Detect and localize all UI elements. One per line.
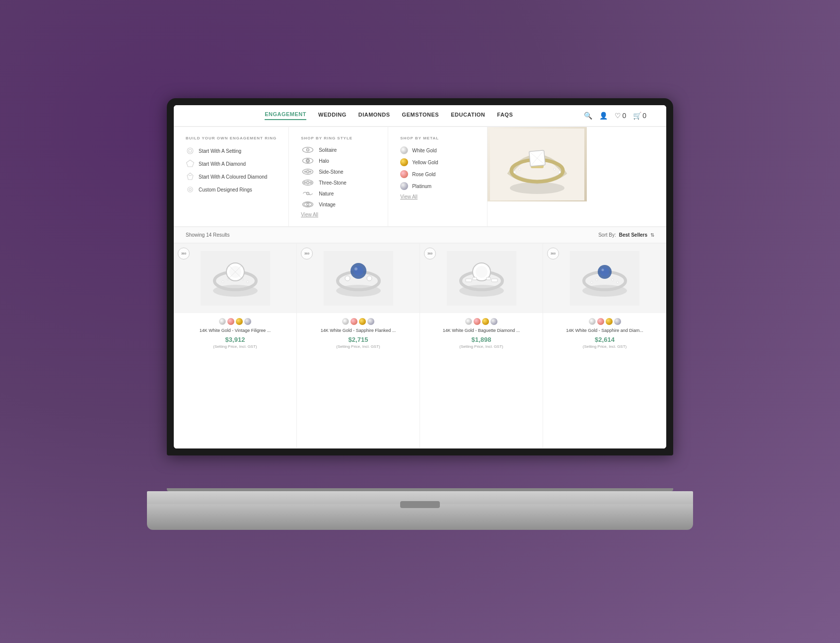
svg-point-68 (596, 279, 598, 281)
three-stone-item[interactable]: Three-Stone (301, 179, 376, 186)
product-name-1: 14K White Gold - Vintage Filigree ... (180, 328, 290, 334)
sort-value[interactable]: Best Sellers (619, 232, 647, 238)
sort-icon[interactable]: ⇅ (650, 232, 654, 238)
ring-style-col: SHOP BY RING STYLE Solitaire Halo Side-S… (289, 127, 388, 226)
nav-links: ENGAGEMENT WEDDING DIAMONDS GEMSTONES ED… (265, 111, 513, 120)
nav-diamonds[interactable]: DIAMONDS (358, 112, 390, 120)
product-note-4: (Setting Price, Incl. GST) (549, 344, 660, 349)
metal-pt-4 (614, 318, 621, 325)
svg-point-13 (310, 171, 311, 173)
product-image-4: 360 (543, 244, 666, 313)
laptop-frame: ENGAGEMENT WEDDING DIAMONDS GEMSTONES ED… (147, 98, 693, 545)
custom-rings-item[interactable]: Custom Designed Rings (186, 185, 277, 194)
nav-education[interactable]: EDUCATION (451, 112, 485, 120)
start-setting-item[interactable]: Start With A Setting (186, 146, 277, 155)
product-name-4: 14K White Gold - Sapphire and Diam... (549, 328, 660, 334)
solitaire-item[interactable]: Solitaire (301, 146, 376, 153)
user-icon[interactable]: 👤 (599, 112, 608, 120)
start-coloured-item[interactable]: Start With A Coloured Diamond (186, 172, 277, 181)
sort-label: Sort By: (598, 232, 616, 238)
nav-icons: 🔍 👤 ♡ 0 🛒 0 (584, 112, 646, 120)
metal-yg-3 (482, 318, 489, 325)
product-info-4: 14K White Gold - Sapphire and Diam... $2… (543, 313, 666, 354)
side-stone-item[interactable]: Side-Stone (301, 168, 376, 175)
metal-view-all[interactable]: View All (400, 194, 475, 199)
search-icon[interactable]: 🔍 (584, 112, 592, 120)
nav-faqs[interactable]: FAQs (497, 112, 513, 120)
wishlist-icon[interactable]: ♡ 0 (615, 112, 626, 120)
product-name-2: 14K White Gold - Sapphire Flanked ... (303, 328, 414, 334)
svg-point-11 (307, 170, 309, 173)
website: ENGAGEMENT WEDDING DIAMONDS GEMSTONES ED… (174, 105, 666, 449)
svg-point-56 (476, 266, 488, 278)
product-image-3: 360 (420, 244, 543, 313)
build-own-col: BUILD YOUR OWN ENGAGEMENT RING Start Wit… (174, 127, 289, 226)
metal-rg-1 (227, 318, 234, 325)
svg-point-51 (367, 276, 372, 281)
svg-point-3 (188, 187, 193, 193)
ring-style-title: SHOP BY RING STYLE (301, 136, 376, 140)
metal-title: SHOP BY METAL (400, 136, 475, 140)
white-gold-dot (400, 146, 408, 154)
svg-rect-58 (491, 279, 497, 282)
product-card-3[interactable]: 360 (420, 244, 543, 449)
ring-svg-3 (447, 251, 516, 306)
product-metals-2 (303, 318, 414, 325)
svg-point-18 (307, 192, 309, 194)
nav-engagement[interactable]: ENGAGEMENT (265, 111, 306, 120)
nav-gemstones[interactable]: GEMSTONES (402, 112, 439, 120)
start-diamond-item[interactable]: Start With A Diamond (186, 159, 277, 168)
svg-point-1 (189, 149, 192, 152)
badge-360-3: 360 (424, 248, 436, 259)
metal-wg-1 (219, 318, 226, 325)
ring-style-view-all[interactable]: View All (301, 212, 376, 217)
svg-point-21 (307, 203, 309, 205)
product-card-1[interactable]: 360 (174, 244, 297, 449)
white-gold-item[interactable]: White Gold (400, 146, 475, 154)
product-card-4[interactable]: 360 (543, 244, 666, 449)
ring-svg-1 (201, 251, 270, 306)
product-price-3: $1,898 (426, 336, 537, 343)
svg-point-43 (247, 281, 249, 283)
metal-pt-2 (367, 318, 374, 325)
svg-point-40 (222, 281, 224, 283)
product-card-2[interactable]: 360 (297, 244, 420, 449)
svg-point-30 (519, 168, 521, 170)
product-price-4: $2,614 (549, 336, 660, 343)
vintage-item[interactable]: Vintage (301, 201, 376, 208)
product-info-2: 14K White Gold - Sapphire Flanked ... $2… (297, 313, 420, 354)
product-metals-4 (549, 318, 660, 325)
metal-rg-4 (597, 318, 604, 325)
svg-point-0 (187, 148, 193, 154)
svg-point-29 (514, 171, 516, 173)
laptop-bottom (147, 504, 693, 530)
halo-item[interactable]: Halo (301, 157, 376, 164)
metal-pt-3 (490, 318, 497, 325)
metal-col: SHOP BY METAL White Gold Yellow Gold Ros… (388, 127, 488, 226)
platinum-item[interactable]: Platinum (400, 182, 475, 190)
svg-point-31 (554, 168, 556, 170)
ring-svg-4 (570, 251, 639, 306)
product-note-3: (Setting Price, Incl. GST) (426, 344, 537, 349)
rose-gold-dot (400, 170, 408, 178)
yellow-gold-item[interactable]: Yellow Gold (400, 158, 475, 166)
svg-point-66 (602, 269, 604, 271)
product-info-1: 14K White Gold - Vintage Filigree ... $3… (174, 313, 296, 354)
svg-rect-59 (473, 277, 477, 280)
nature-item[interactable]: Nature (301, 190, 376, 197)
svg-point-48 (353, 266, 363, 276)
rose-gold-item[interactable]: Rose Gold (400, 170, 475, 178)
navigation: ENGAGEMENT WEDDING DIAMONDS GEMSTONES ED… (174, 105, 666, 127)
wishlist-count: 0 (622, 112, 626, 120)
product-image-1: 360 (174, 244, 296, 313)
platinum-dot (400, 182, 408, 190)
svg-point-65 (600, 267, 609, 276)
cart-count: 0 (642, 112, 646, 120)
ring-svg-2 (324, 251, 393, 306)
nav-wedding[interactable]: WEDDING (318, 112, 347, 120)
cart-icon[interactable]: 🛒 0 (633, 112, 646, 120)
svg-point-49 (354, 267, 357, 270)
product-note-2: (Setting Price, Incl. GST) (303, 344, 414, 349)
svg-point-4 (189, 189, 192, 191)
laptop-trackpad (400, 501, 440, 508)
